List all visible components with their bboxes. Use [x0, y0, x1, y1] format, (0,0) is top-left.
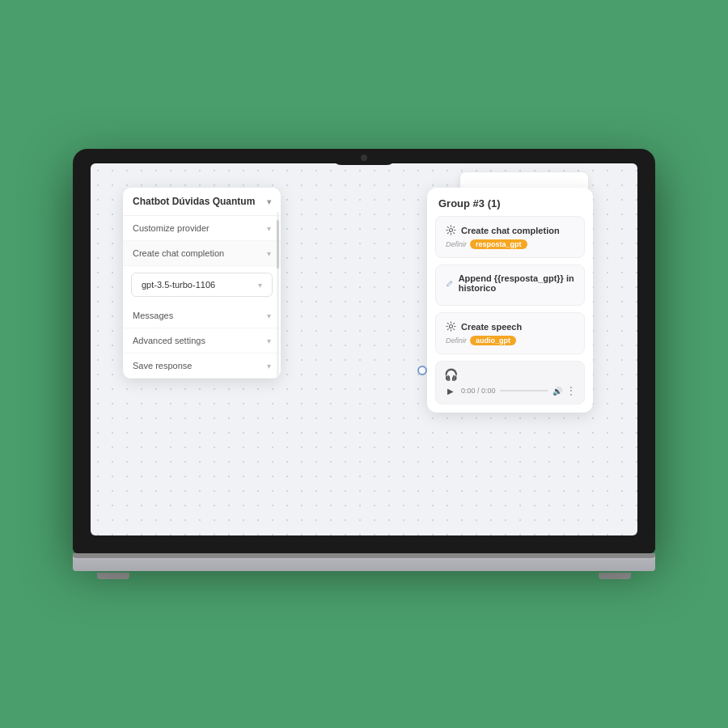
group-item-append[interactable]: Append {{resposta_gpt}} in historico	[435, 265, 585, 306]
screen-bezel: Chatbot Dúvidas Quantum ▾ Customize prov…	[73, 149, 655, 553]
item-title: Create chat completion	[461, 226, 560, 235]
audio-controls[interactable]: ▶ 0:00 / 0:00 🔊 ⋮	[444, 384, 576, 397]
panel-row-customize[interactable]: Customize provider ▾	[123, 216, 281, 241]
panel-scrollbar-thumb	[277, 220, 279, 269]
svg-point-0	[449, 228, 452, 231]
panel-row-label: Save response	[133, 361, 192, 370]
laptop-foot-right	[599, 573, 631, 579]
panel-header[interactable]: Chatbot Dúvidas Quantum ▾	[123, 188, 281, 216]
group-item-title: Append {{resposta_gpt}} in historico	[446, 273, 574, 293]
gear-icon	[446, 321, 456, 332]
screen-content: Chatbot Dúvidas Quantum ▾ Customize prov…	[91, 163, 637, 535]
group-item-chat-completion[interactable]: Create chat completion Definir resposta_…	[435, 216, 585, 258]
definir-label: Definir	[446, 240, 467, 248]
panel-header-chevron: ▾	[267, 197, 271, 206]
laptop-notch	[332, 149, 396, 165]
laptop-base	[73, 553, 655, 571]
panel-row-label: Messages	[133, 311, 173, 320]
panel-row-label: Create chat completion	[133, 248, 224, 258]
panel-dropdown-gpt[interactable]: gpt-3.5-turbo-1106 ▾	[131, 273, 273, 297]
connection-dot	[417, 366, 427, 375]
headphone-icon: 🎧	[444, 368, 576, 381]
audio-badge: audio_gpt	[470, 336, 516, 345]
panel-row-advanced[interactable]: Advanced settings ▾	[123, 328, 281, 353]
more-options-icon[interactable]: ⋮	[566, 385, 576, 396]
laptop-camera	[361, 154, 367, 161]
group-card: Group #3 (1) Create chat completion Defi…	[427, 188, 593, 413]
chevron-icon: ▾	[267, 311, 271, 320]
panel-card: Chatbot Dúvidas Quantum ▾ Customize prov…	[123, 188, 281, 379]
panel-row-label: Advanced settings	[133, 336, 205, 345]
laptop-hinge	[73, 553, 655, 558]
group-item-title: Create chat completion	[446, 225, 574, 235]
panel-row-label: Customize provider	[133, 223, 210, 233]
panel-row-create-chat[interactable]: Create chat completion ▾	[123, 241, 281, 266]
panel-title: Chatbot Dúvidas Quantum	[133, 196, 255, 207]
chevron-icon: ▾	[267, 249, 271, 258]
laptop-feet	[73, 573, 655, 579]
audio-progress-bar[interactable]	[500, 390, 548, 392]
volume-icon[interactable]: 🔊	[552, 387, 562, 396]
laptop-screen: Chatbot Dúvidas Quantum ▾ Customize prov…	[91, 163, 637, 535]
pencil-icon	[446, 278, 454, 289]
play-button[interactable]: ▶	[444, 384, 457, 397]
panel-scrollbar	[277, 212, 279, 379]
chevron-icon: ▾	[267, 362, 271, 370]
item-title: Create speech	[461, 322, 522, 332]
gpt-model-label: gpt-3.5-turbo-1106	[142, 280, 215, 290]
group-title: Group #3 (1)	[427, 188, 593, 216]
definir-label: Definir	[446, 336, 467, 345]
panel-row-save[interactable]: Save response ▾	[123, 353, 281, 379]
chevron-icon: ▾	[267, 224, 271, 233]
group-item-title: Create speech	[446, 321, 574, 332]
panel-row-messages[interactable]: Messages ▾	[123, 303, 281, 328]
audio-time: 0:00 / 0:00	[461, 387, 496, 395]
item-title: Append {{resposta_gpt}} in historico	[459, 273, 574, 293]
laptop-shell: Chatbot Dúvidas Quantum ▾ Customize prov…	[73, 149, 655, 579]
chevron-icon: ▾	[267, 336, 271, 345]
group-item-speech[interactable]: Create speech Definir audio_gpt	[435, 312, 585, 354]
audio-player: 🎧 ▶ 0:00 / 0:00 🔊 ⋮	[435, 361, 585, 404]
laptop-foot-left	[97, 573, 129, 579]
gear-icon	[446, 225, 456, 235]
chevron-icon: ▾	[258, 281, 262, 290]
svg-point-1	[449, 324, 452, 328]
resposta-badge: resposta_gpt	[470, 239, 527, 249]
